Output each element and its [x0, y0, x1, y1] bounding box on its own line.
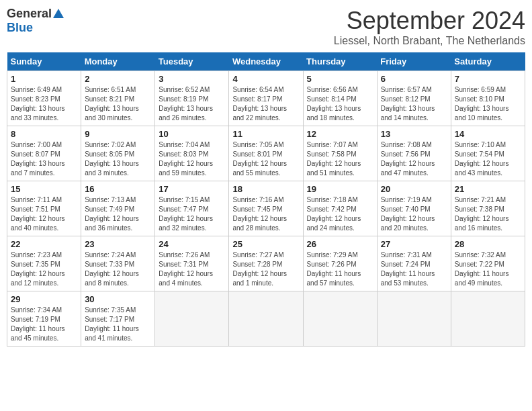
day-info: Sunrise: 6:49 AM Sunset: 8:23 PM Dayligh…: [11, 85, 77, 123]
day-number: 14: [455, 129, 521, 139]
calendar-cell: 22Sunrise: 7:23 AM Sunset: 7:35 PM Dayli…: [7, 236, 81, 291]
day-header-tuesday: Tuesday: [155, 52, 229, 71]
calendar-cell: 17Sunrise: 7:15 AM Sunset: 7:47 PM Dayli…: [155, 181, 229, 236]
calendar-cell: 13Sunrise: 7:08 AM Sunset: 7:56 PM Dayli…: [377, 126, 451, 181]
calendar-cell: 7Sunrise: 6:59 AM Sunset: 8:10 PM Daylig…: [451, 71, 525, 126]
day-info: Sunrise: 7:16 AM Sunset: 7:45 PM Dayligh…: [232, 195, 299, 233]
day-number: 22: [11, 239, 77, 249]
day-header-wednesday: Wednesday: [229, 52, 303, 71]
calendar-cell: 6Sunrise: 6:57 AM Sunset: 8:12 PM Daylig…: [377, 71, 451, 126]
day-info: Sunrise: 6:52 AM Sunset: 8:19 PM Dayligh…: [159, 85, 225, 123]
calendar-cell: [377, 291, 451, 347]
day-number: 8: [11, 129, 77, 139]
calendar-cell: 25Sunrise: 7:27 AM Sunset: 7:28 PM Dayli…: [229, 236, 303, 291]
calendar-cell: 11Sunrise: 7:05 AM Sunset: 8:01 PM Dayli…: [229, 126, 303, 181]
page-header: General Blue September 2024 Liessel, Nor…: [7, 7, 525, 47]
day-info: Sunrise: 7:24 AM Sunset: 7:33 PM Dayligh…: [85, 250, 151, 288]
day-info: Sunrise: 7:07 AM Sunset: 7:58 PM Dayligh…: [307, 140, 373, 178]
calendar-cell: 26Sunrise: 7:29 AM Sunset: 7:26 PM Dayli…: [303, 236, 377, 291]
day-info: Sunrise: 7:32 AM Sunset: 7:22 PM Dayligh…: [455, 250, 521, 288]
day-number: 25: [232, 239, 299, 249]
day-info: Sunrise: 7:26 AM Sunset: 7:31 PM Dayligh…: [159, 250, 225, 288]
calendar-table: SundayMondayTuesdayWednesdayThursdayFrid…: [7, 52, 525, 347]
week-row-1: 1Sunrise: 6:49 AM Sunset: 8:23 PM Daylig…: [7, 71, 525, 126]
day-info: Sunrise: 7:02 AM Sunset: 8:05 PM Dayligh…: [85, 140, 151, 178]
calendar-cell: 2Sunrise: 6:51 AM Sunset: 8:21 PM Daylig…: [81, 71, 155, 126]
day-info: Sunrise: 7:21 AM Sunset: 7:38 PM Dayligh…: [455, 195, 521, 233]
calendar-cell: [451, 291, 525, 347]
day-number: 23: [85, 239, 151, 249]
day-info: Sunrise: 6:57 AM Sunset: 8:12 PM Dayligh…: [381, 85, 447, 123]
logo-blue-text: Blue: [7, 21, 33, 35]
calendar-cell: 23Sunrise: 7:24 AM Sunset: 7:33 PM Dayli…: [81, 236, 155, 291]
week-row-4: 22Sunrise: 7:23 AM Sunset: 7:35 PM Dayli…: [7, 236, 525, 291]
day-number: 30: [85, 294, 151, 304]
location-subtitle: Liessel, North Brabant, The Netherlands: [334, 35, 525, 47]
calendar-cell: 21Sunrise: 7:21 AM Sunset: 7:38 PM Dayli…: [451, 181, 525, 236]
day-number: 19: [307, 184, 373, 194]
calendar-cell: [229, 291, 303, 347]
day-header-thursday: Thursday: [303, 52, 377, 71]
day-number: 26: [307, 239, 373, 249]
day-info: Sunrise: 7:19 AM Sunset: 7:40 PM Dayligh…: [381, 195, 447, 233]
title-section: September 2024 Liessel, North Brabant, T…: [334, 7, 525, 47]
day-header-friday: Friday: [377, 52, 451, 71]
calendar-cell: 12Sunrise: 7:07 AM Sunset: 7:58 PM Dayli…: [303, 126, 377, 181]
calendar-cell: 27Sunrise: 7:31 AM Sunset: 7:24 PM Dayli…: [377, 236, 451, 291]
day-info: Sunrise: 7:00 AM Sunset: 8:07 PM Dayligh…: [11, 140, 77, 178]
day-number: 6: [381, 74, 447, 84]
day-number: 21: [455, 184, 521, 194]
calendar-cell: 8Sunrise: 7:00 AM Sunset: 8:07 PM Daylig…: [7, 126, 81, 181]
day-number: 1: [11, 74, 77, 84]
day-number: 11: [232, 129, 299, 139]
day-info: Sunrise: 6:56 AM Sunset: 8:14 PM Dayligh…: [307, 85, 373, 123]
calendar-cell: 29Sunrise: 7:34 AM Sunset: 7:19 PM Dayli…: [7, 291, 81, 347]
days-header-row: SundayMondayTuesdayWednesdayThursdayFrid…: [7, 52, 525, 71]
calendar-cell: 3Sunrise: 6:52 AM Sunset: 8:19 PM Daylig…: [155, 71, 229, 126]
day-number: 24: [159, 239, 225, 249]
calendar-cell: 16Sunrise: 7:13 AM Sunset: 7:49 PM Dayli…: [81, 181, 155, 236]
month-title: September 2024: [334, 7, 525, 35]
day-number: 10: [159, 129, 225, 139]
day-number: 12: [307, 129, 373, 139]
day-number: 15: [11, 184, 77, 194]
day-info: Sunrise: 6:54 AM Sunset: 8:17 PM Dayligh…: [232, 85, 299, 123]
day-info: Sunrise: 7:29 AM Sunset: 7:26 PM Dayligh…: [307, 250, 373, 288]
logo-general-text: General: [7, 7, 52, 21]
day-number: 9: [85, 129, 151, 139]
day-info: Sunrise: 7:08 AM Sunset: 7:56 PM Dayligh…: [381, 140, 447, 178]
day-header-saturday: Saturday: [451, 52, 525, 71]
day-number: 7: [455, 74, 521, 84]
day-number: 17: [159, 184, 225, 194]
calendar-cell: 15Sunrise: 7:11 AM Sunset: 7:51 PM Dayli…: [7, 181, 81, 236]
calendar-cell: [155, 291, 229, 347]
day-header-sunday: Sunday: [7, 52, 81, 71]
day-number: 4: [232, 74, 299, 84]
day-number: 16: [85, 184, 151, 194]
day-number: 29: [11, 294, 77, 304]
logo-triangle-icon: [53, 9, 64, 18]
day-info: Sunrise: 7:13 AM Sunset: 7:49 PM Dayligh…: [85, 195, 151, 233]
day-info: Sunrise: 7:31 AM Sunset: 7:24 PM Dayligh…: [381, 250, 447, 288]
day-number: 5: [307, 74, 373, 84]
calendar-body: 1Sunrise: 6:49 AM Sunset: 8:23 PM Daylig…: [7, 71, 525, 347]
week-row-2: 8Sunrise: 7:00 AM Sunset: 8:07 PM Daylig…: [7, 126, 525, 181]
day-number: 2: [85, 74, 151, 84]
day-number: 28: [455, 239, 521, 249]
calendar-cell: 10Sunrise: 7:04 AM Sunset: 8:03 PM Dayli…: [155, 126, 229, 181]
calendar-cell: 19Sunrise: 7:18 AM Sunset: 7:42 PM Dayli…: [303, 181, 377, 236]
day-info: Sunrise: 7:10 AM Sunset: 7:54 PM Dayligh…: [455, 140, 521, 178]
day-number: 3: [159, 74, 225, 84]
day-number: 18: [232, 184, 299, 194]
week-row-3: 15Sunrise: 7:11 AM Sunset: 7:51 PM Dayli…: [7, 181, 525, 236]
calendar-cell: 18Sunrise: 7:16 AM Sunset: 7:45 PM Dayli…: [229, 181, 303, 236]
day-number: 27: [381, 239, 447, 249]
calendar-cell: 20Sunrise: 7:19 AM Sunset: 7:40 PM Dayli…: [377, 181, 451, 236]
day-info: Sunrise: 7:11 AM Sunset: 7:51 PM Dayligh…: [11, 195, 77, 233]
day-info: Sunrise: 7:27 AM Sunset: 7:28 PM Dayligh…: [232, 250, 299, 288]
calendar-cell: 4Sunrise: 6:54 AM Sunset: 8:17 PM Daylig…: [229, 71, 303, 126]
day-info: Sunrise: 7:15 AM Sunset: 7:47 PM Dayligh…: [159, 195, 225, 233]
day-info: Sunrise: 7:23 AM Sunset: 7:35 PM Dayligh…: [11, 250, 77, 288]
calendar-cell: 5Sunrise: 6:56 AM Sunset: 8:14 PM Daylig…: [303, 71, 377, 126]
calendar-cell: 9Sunrise: 7:02 AM Sunset: 8:05 PM Daylig…: [81, 126, 155, 181]
